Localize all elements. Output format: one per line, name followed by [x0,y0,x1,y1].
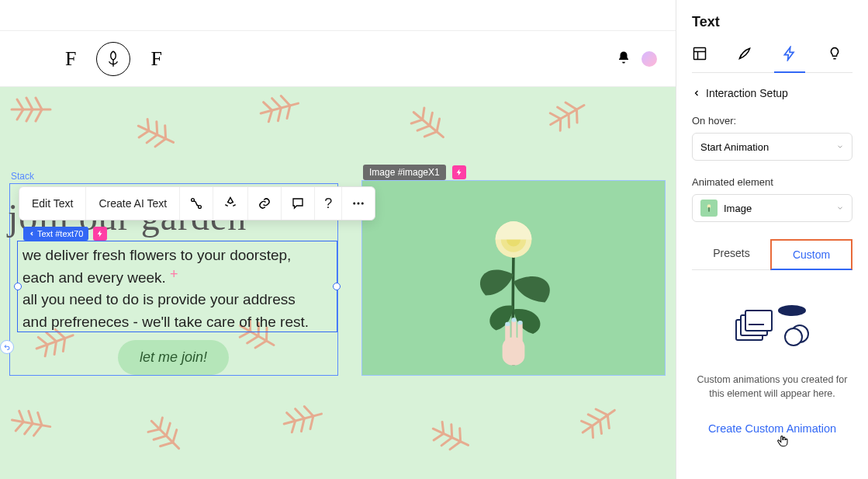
panel-title: Text [692,14,852,30]
layout-tab-icon[interactable] [692,46,707,61]
avatar[interactable] [641,51,657,67]
bell-icon[interactable] [617,50,631,68]
help-icon[interactable]: ? [315,187,342,220]
svg-rect-21 [745,311,772,331]
leaf-decor [5,400,72,449]
design-tab-icon[interactable] [737,46,752,61]
leaf-decor [126,106,199,168]
connector-icon[interactable] [180,187,213,220]
ai-text-label: Create AI Text [99,197,167,210]
join-button[interactable]: let me join! [118,340,229,375]
empty-state-message: Custom animations you created for this e… [692,373,852,401]
svg-rect-6 [517,322,522,343]
svg-point-13 [358,203,360,205]
empty-msg-line: this element will appear here. [709,388,835,399]
stack-label: Stack [11,171,34,182]
svg-point-18 [778,305,806,316]
app-topbar [0,0,676,31]
leaf-decor [135,404,206,476]
custom-tab-label: Custom [793,248,830,261]
svg-point-11 [199,206,202,209]
edit-text-button[interactable]: Edit Text [19,187,86,220]
leaf-decor [398,95,470,165]
undo-icon[interactable] [0,340,14,354]
interactions-tab-icon[interactable] [782,46,797,61]
presets-tab[interactable]: Presets [692,239,771,270]
selected-text-box[interactable]: we deliver fresh flowers to your doorste… [17,241,337,332]
svg-point-24 [785,328,802,345]
hover-select-value: Start Animation [700,141,769,153]
insert-marker-icon: + [170,266,178,283]
section-title: Interaction Setup [706,87,788,99]
svg-rect-5 [511,319,516,343]
back-to-interactions[interactable]: Interaction Setup [692,87,852,99]
image-element[interactable] [361,180,666,376]
leaf-decor [252,87,322,134]
animated-element-label: Animated element [692,176,852,188]
para-line: each and every week. [22,269,166,286]
svg-rect-7 [505,322,510,326]
para-line: we deliver fresh flowers to your doorste… [22,247,291,263]
interaction-indicator-icon[interactable] [452,165,466,179]
cta-label: Create Custom Animation [708,422,836,435]
empty-state-illustration [692,301,852,356]
leaf-decor [275,390,345,443]
image-element-tag[interactable]: Image #imageX1 [363,165,446,180]
comment-icon[interactable] [282,187,315,220]
inspector-panel: Text Interaction Setup On hover: Start A… [676,0,868,479]
presets-tab-label: Presets [713,247,749,259]
edit-text-label: Edit Text [32,197,73,210]
cursor-hand-icon [776,433,790,451]
leaf-decor [569,384,641,451]
text-tag-label: Text #text70 [37,229,83,238]
svg-rect-9 [517,321,522,325]
animation-icon[interactable] [213,187,248,220]
svg-point-10 [192,199,195,202]
text-element-tag[interactable]: Text #text70 [23,227,88,241]
svg-rect-15 [694,48,706,60]
link-icon[interactable] [248,187,282,220]
site-header: F F [0,31,676,87]
create-custom-animation-button[interactable]: Create Custom Animation [692,422,852,435]
svg-point-14 [361,203,364,205]
tips-tab-icon[interactable] [827,46,842,61]
logo-emblem [96,42,130,76]
para-line: and prefreneces - we'll take care of the… [22,314,309,330]
more-icon[interactable] [342,187,375,220]
hover-label: On hover: [692,115,852,127]
svg-rect-17 [708,207,709,212]
hover-trigger-select[interactable]: Start Animation [692,133,852,161]
empty-msg-line: Custom animations you created for [697,374,848,385]
leaf-decor [421,409,494,470]
animated-select-value: Image [724,203,752,214]
svg-rect-8 [511,318,516,321]
element-thumb-icon [700,200,718,217]
custom-tab[interactable]: Custom [770,239,852,270]
join-button-label: let me join! [140,349,207,365]
logo-letter-right: F [150,47,161,71]
text-toolbar: Edit Text Create AI Text ? [19,186,375,220]
editor-canvas[interactable]: Stack join our garden Text #text70 we de… [0,87,676,479]
svg-point-12 [353,203,355,205]
site-logo: F F [65,42,162,76]
create-ai-text-button[interactable]: Create AI Text [86,187,180,220]
leaf-decor [538,87,610,144]
animation-subtabs: Presets Custom [692,239,852,270]
logo-letter-left: F [65,47,76,71]
interaction-indicator-icon[interactable] [93,227,107,241]
animated-element-select[interactable]: Image [692,194,852,222]
leaf-decor [8,90,70,129]
svg-rect-4 [505,324,510,343]
para-line: all you need to do is provide your addre… [22,291,296,307]
